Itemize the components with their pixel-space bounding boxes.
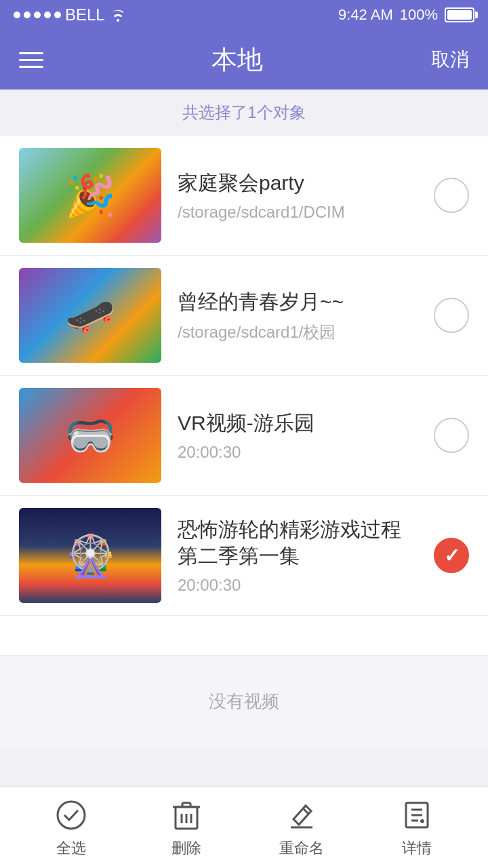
item-title: 曾经的青春岁月~~ — [178, 288, 418, 315]
item-info: VR视频-游乐园 20:00:30 — [161, 410, 434, 462]
list-item[interactable]: 家庭聚会party /storage/sdcard1/DCIM — [0, 136, 488, 256]
battery-icon — [445, 7, 474, 22]
select-all-button[interactable]: 全选 — [14, 797, 129, 859]
item-radio-selected[interactable] — [434, 538, 469, 573]
video-list: 家庭聚会party /storage/sdcard1/DCIM 曾经的青春岁月~… — [0, 136, 488, 655]
bottom-toolbar: 全选 删除 重命名 — [0, 787, 488, 868]
delete-label: 删除 — [171, 838, 201, 859]
item-radio[interactable] — [434, 178, 469, 213]
battery-label: 100% — [400, 6, 438, 24]
item-info: 曾经的青春岁月~~ /storage/sdcard1/校园 — [161, 288, 434, 343]
selection-count-text: 共选择了1个对象 — [182, 103, 305, 121]
item-subtitle: /storage/sdcard1/DCIM — [178, 203, 418, 222]
wifi-icon — [109, 7, 127, 22]
item-thumbnail — [19, 268, 161, 363]
empty-text: 没有视频 — [209, 691, 279, 711]
item-title: VR视频-游乐园 — [178, 410, 418, 436]
rename-icon — [284, 797, 319, 833]
detail-button[interactable]: 详情 — [359, 797, 474, 859]
signal-dots — [14, 12, 61, 18]
menu-button[interactable] — [19, 52, 43, 68]
status-bar: BELL 9:42 AM 100% — [0, 0, 488, 30]
carrier-label: BELL — [65, 5, 105, 24]
item-info: 恐怖游轮的精彩游戏过程第二季第一集 20:00:30 — [161, 516, 434, 595]
item-subtitle: 20:00:30 — [178, 576, 418, 595]
status-right: 9:42 AM 100% — [338, 6, 474, 24]
spacer — [0, 747, 488, 787]
list-item[interactable]: VR视频-游乐园 20:00:30 — [0, 376, 488, 496]
page-title: 本地 — [211, 43, 263, 77]
item-radio[interactable] — [434, 418, 469, 453]
svg-point-0 — [58, 802, 85, 829]
status-left: BELL — [14, 5, 127, 24]
item-radio[interactable] — [434, 298, 469, 333]
item-thumbnail — [19, 148, 161, 243]
item-subtitle: 20:00:30 — [178, 443, 418, 462]
delete-icon — [169, 797, 204, 833]
battery-fill — [447, 10, 472, 20]
item-info: 家庭聚会party /storage/sdcard1/DCIM — [161, 170, 434, 222]
select-all-icon — [54, 797, 89, 833]
delete-button[interactable]: 删除 — [129, 797, 244, 859]
item-title: 恐怖游轮的精彩游戏过程第二季第一集 — [178, 516, 418, 569]
empty-section: 没有视频 — [0, 655, 488, 747]
nav-bar: 本地 取消 — [0, 30, 488, 90]
selection-bar: 共选择了1个对象 — [0, 90, 488, 136]
rename-label: 重命名 — [279, 838, 324, 859]
select-all-label: 全选 — [56, 838, 86, 859]
detail-label: 详情 — [402, 838, 432, 859]
svg-line-10 — [303, 808, 308, 814]
item-thumbnail — [19, 388, 161, 483]
list-item[interactable]: 曾经的青春岁月~~ /storage/sdcard1/校园 — [0, 256, 488, 376]
time-label: 9:42 AM — [338, 6, 393, 24]
item-subtitle: /storage/sdcard1/校园 — [178, 321, 418, 343]
item-title: 家庭聚会party — [178, 170, 418, 196]
rename-button[interactable]: 重命名 — [244, 797, 359, 859]
detail-icon — [399, 797, 434, 833]
list-item[interactable]: 恐怖游轮的精彩游戏过程第二季第一集 20:00:30 — [0, 496, 488, 616]
cancel-button[interactable]: 取消 — [431, 47, 469, 73]
item-thumbnail — [19, 508, 161, 603]
